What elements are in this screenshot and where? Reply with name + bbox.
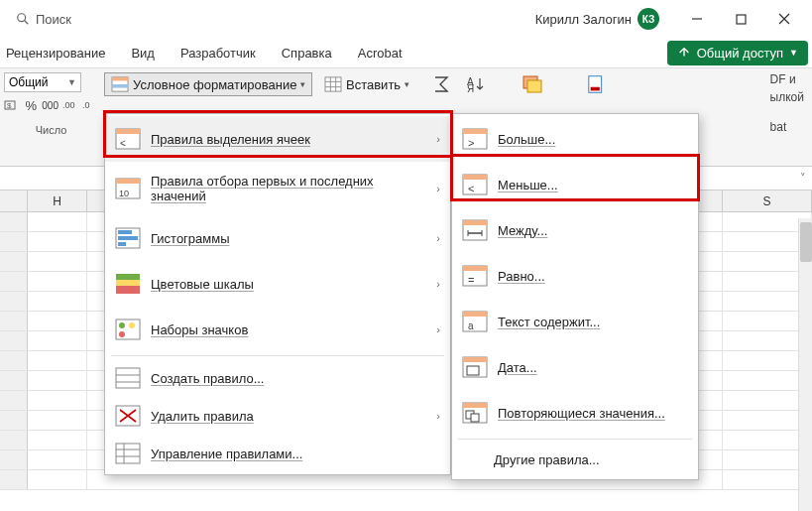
menu-top-bottom-rules[interactable]: 10 Правила отбора первых и последних зна… xyxy=(105,162,450,215)
submenu-between[interactable]: Между... xyxy=(452,207,698,253)
svg-rect-3 xyxy=(737,15,746,24)
menu-item-label: Равно... xyxy=(498,269,545,284)
share-button[interactable]: Общий доступ ▼ xyxy=(667,41,808,65)
svg-rect-21 xyxy=(527,80,541,92)
data-bars-icon xyxy=(115,227,141,249)
submenu-less-than[interactable]: < Меньше... xyxy=(452,162,698,207)
chevron-down-icon: ▾ xyxy=(405,79,409,89)
svg-rect-33 xyxy=(118,242,126,246)
chevron-right-icon: › xyxy=(436,232,440,244)
menu-item-label: Другие правила... xyxy=(494,452,600,467)
less-than-icon: < xyxy=(462,174,488,195)
number-format-value: Общий xyxy=(9,75,49,89)
percent-button[interactable]: % xyxy=(24,96,38,114)
comma-button[interactable]: 000 xyxy=(42,96,58,114)
svg-rect-36 xyxy=(116,286,140,294)
submenu-greater-than[interactable]: > Больше... xyxy=(452,116,698,162)
menu-color-scales[interactable]: Цветовые шкалы › xyxy=(105,261,450,307)
autosum-button[interactable] xyxy=(430,73,452,95)
scroll-thumb[interactable] xyxy=(800,222,812,262)
submenu-text-contains[interactable]: a Текст содержит... xyxy=(452,299,698,344)
vertical-scrollbar[interactable] xyxy=(798,218,812,511)
menu-highlight-cells-rules[interactable]: < Правила выделения ячеек › xyxy=(105,116,450,162)
menu-item-label: Управление правилами... xyxy=(151,447,302,461)
col-header-h[interactable]: H xyxy=(28,191,87,211)
menu-clear-rules[interactable]: Удалить правила › xyxy=(105,397,450,435)
tab-acrobat[interactable]: Acrobat xyxy=(356,42,405,64)
svg-point-40 xyxy=(119,331,125,337)
menu-item-label: Больше... xyxy=(498,132,555,147)
clear-rules-icon xyxy=(115,405,141,427)
tab-developer[interactable]: Разработчик xyxy=(178,42,258,64)
svg-rect-70 xyxy=(463,403,487,408)
date-icon xyxy=(462,356,488,378)
svg-text:.00: .00 xyxy=(62,100,75,110)
text-contains-icon: a xyxy=(462,311,488,332)
duplicate-icon xyxy=(462,402,488,424)
new-rule-icon xyxy=(115,367,141,389)
search-box[interactable]: Поиск xyxy=(8,8,79,31)
currency-icon[interactable]: $ xyxy=(4,96,20,114)
pdf-button[interactable] xyxy=(587,73,609,95)
pdf-text-1: DF и xyxy=(770,72,804,86)
menu-item-label: Правила выделения ячеек xyxy=(151,132,310,147)
conditional-formatting-button[interactable]: Условное форматирование ▾ xyxy=(104,72,312,96)
menu-data-bars[interactable]: Гистограммы › xyxy=(105,215,450,261)
conditional-formatting-menu: < Правила выделения ячеек › 10 Правила о… xyxy=(104,113,451,475)
formula-bar-expand[interactable]: ˅ xyxy=(794,172,812,185)
svg-rect-53 xyxy=(463,175,487,180)
conditional-formatting-icon xyxy=(111,76,129,92)
number-format-select[interactable]: Общий ▼ xyxy=(4,72,81,92)
insert-label: Вставить xyxy=(346,77,401,92)
highlight-cells-icon: < xyxy=(115,128,141,150)
svg-point-0 xyxy=(18,14,26,22)
submenu-duplicate-values[interactable]: Повторяющиеся значения... xyxy=(452,390,698,436)
svg-point-39 xyxy=(129,322,135,328)
maximize-button[interactable] xyxy=(721,5,760,33)
tab-view[interactable]: Вид xyxy=(129,42,157,64)
ribbon-pdf-group: DF и ылкой bat xyxy=(770,72,812,134)
svg-text:10: 10 xyxy=(119,189,129,198)
chevron-down-icon: ▾ xyxy=(300,79,305,89)
insert-cells-button[interactable]: Вставить ▾ xyxy=(317,72,416,96)
close-button[interactable] xyxy=(764,5,804,33)
menu-new-rule[interactable]: Создать правило... xyxy=(105,359,450,397)
select-all-corner[interactable] xyxy=(0,191,28,211)
number-group-label: Число xyxy=(4,124,98,136)
svg-rect-35 xyxy=(116,280,140,286)
svg-text:=: = xyxy=(468,274,474,286)
submenu-equal-to[interactable]: = Равно... xyxy=(452,253,698,299)
greater-than-icon: > xyxy=(462,128,488,150)
submenu-more-rules[interactable]: Другие правила... xyxy=(452,443,698,477)
svg-rect-67 xyxy=(463,357,487,362)
between-icon xyxy=(462,219,488,241)
submenu-date-occurring[interactable]: Дата... xyxy=(452,344,698,390)
find-button[interactable] xyxy=(522,73,543,95)
tab-help[interactable]: Справка xyxy=(280,42,334,64)
icon-sets-icon xyxy=(115,319,141,340)
tab-review[interactable]: Рецензирование xyxy=(4,42,107,64)
menu-item-label: Дата... xyxy=(498,360,537,375)
svg-rect-13 xyxy=(325,77,341,91)
menu-item-label: Цветовые шкалы xyxy=(151,277,254,292)
minimize-button[interactable] xyxy=(677,5,717,33)
svg-text:<: < xyxy=(120,138,126,149)
chevron-right-icon: › xyxy=(436,133,440,145)
user-account[interactable]: Кирилл Залогин КЗ xyxy=(535,8,659,30)
menu-icon-sets[interactable]: Наборы значков › xyxy=(105,307,450,352)
conditional-formatting-label: Условное форматирование xyxy=(133,77,296,92)
svg-rect-23 xyxy=(591,87,600,91)
top-bottom-icon: 10 xyxy=(115,178,141,199)
chevron-down-icon: ▼ xyxy=(67,77,76,87)
search-placeholder: Поиск xyxy=(36,12,71,27)
chevron-right-icon: › xyxy=(436,183,440,194)
col-header-s[interactable]: S xyxy=(723,191,812,211)
menu-item-label: Создать правило... xyxy=(151,371,264,386)
highlight-cells-submenu: > Больше... < Меньше... Между... = Равно… xyxy=(451,113,699,480)
menu-manage-rules[interactable]: Управление правилами... xyxy=(105,435,450,472)
svg-line-1 xyxy=(25,21,29,25)
search-icon xyxy=(16,12,30,26)
increase-decimal-button[interactable]: .00 xyxy=(62,96,78,114)
decrease-decimal-button[interactable]: .0 xyxy=(82,96,98,114)
sort-filter-button[interactable]: AЯ xyxy=(466,73,488,95)
